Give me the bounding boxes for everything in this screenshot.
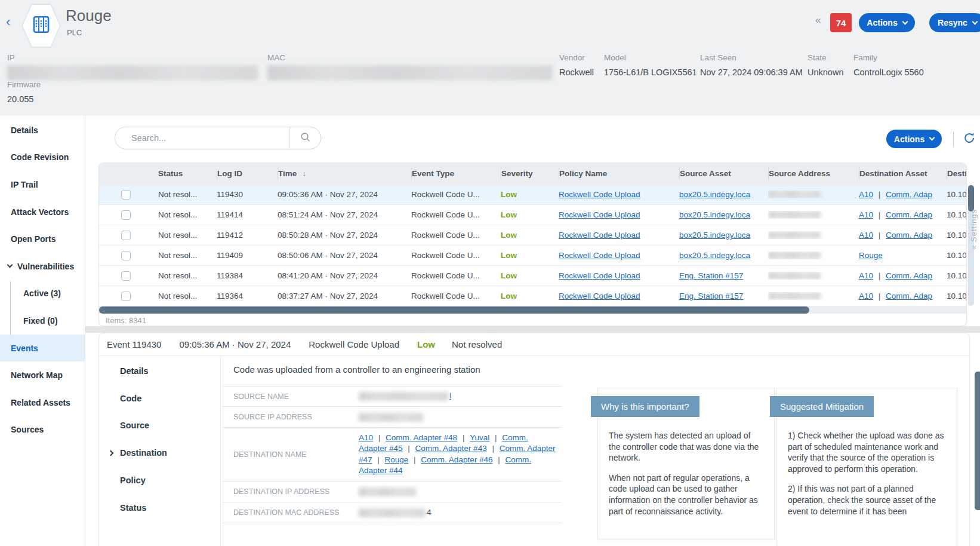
row-checkbox[interactable] xyxy=(121,210,131,220)
destination-name-link[interactable]: Yuval xyxy=(470,433,489,442)
sidebar-item-active-3[interactable]: Active (3) xyxy=(0,280,85,308)
status-cell: Not resol... xyxy=(158,231,217,240)
event-type: Rockwell Code Upload xyxy=(309,339,399,349)
destination-asset-link[interactable]: A10 xyxy=(859,210,873,219)
search-submit[interactable] xyxy=(289,127,320,149)
sidebar-item-network-map[interactable]: Network Map xyxy=(0,361,85,389)
collapse-panel-icon[interactable]: « xyxy=(815,14,821,26)
policy-link[interactable]: Rockwell Code Upload xyxy=(559,251,640,260)
policy-link[interactable]: Rockwell Code Upload xyxy=(559,271,640,280)
destination-address-cell: 10.10 xyxy=(947,210,966,219)
horizontal-scrollbar-track[interactable] xyxy=(99,306,966,314)
column-header-event-type[interactable]: Event Type xyxy=(411,168,501,180)
destination-asset-link[interactable]: Rouge xyxy=(859,251,883,260)
sidebar-item-attack-vectors[interactable]: Attack Vectors xyxy=(0,198,85,226)
event-description: Code was uploaded from a controller to a… xyxy=(233,364,480,375)
detail-nav-status[interactable]: Status xyxy=(99,494,220,522)
sidebar-item-code-revision[interactable]: Code Revision xyxy=(0,144,85,171)
search-input[interactable] xyxy=(115,133,289,143)
source-asset-link[interactable]: Eng. Station #157 xyxy=(679,271,743,280)
row-checkbox[interactable] xyxy=(121,231,131,240)
source-asset-link[interactable]: box20.5.indegy.loca xyxy=(679,251,750,260)
source-asset-link[interactable]: box20.5.indegy.loca xyxy=(679,231,750,240)
sidebar-item-label: Related Assets xyxy=(11,398,70,407)
destination-name-link[interactable]: Comm. Adapter #43 xyxy=(415,444,487,453)
destination-name-link[interactable]: A10 xyxy=(359,433,373,442)
column-header-destination-asset[interactable]: Destination Asset xyxy=(859,168,947,180)
row-checkbox[interactable] xyxy=(121,271,131,281)
detail-nav-destination[interactable]: Destination xyxy=(99,439,220,467)
destination-asset-link[interactable]: A10 xyxy=(859,292,873,300)
alert-count-badge[interactable]: 74 xyxy=(830,13,852,32)
detail-nav-label: Destination xyxy=(120,448,167,458)
table-row[interactable]: Not resol...11943009:05:36 AM · Nov 27, … xyxy=(99,185,966,205)
destination-asset-link[interactable]: Comm. Adap xyxy=(886,210,932,219)
source-asset-link[interactable]: Eng. Station #157 xyxy=(679,292,743,300)
destination-asset-link[interactable]: Comm. Adap xyxy=(886,190,932,199)
table-row[interactable]: Not resol...11940908:50:06 AM · Nov 27, … xyxy=(99,246,966,266)
detail-nav-details[interactable]: Details xyxy=(99,357,220,385)
refresh-button[interactable] xyxy=(963,131,977,146)
settings-side-tab[interactable]: « Settings xyxy=(969,209,978,250)
destination-asset-link[interactable]: Comm. Adap xyxy=(886,231,932,240)
severity-value: Low xyxy=(501,251,517,260)
row-checkbox[interactable] xyxy=(121,292,131,301)
column-header-destin[interactable]: Destin xyxy=(947,168,966,180)
sidebar-item-open-ports[interactable]: Open Ports xyxy=(0,225,85,253)
destination-name-link[interactable]: Comm. Adapter #48 xyxy=(386,433,457,442)
policy-link[interactable]: Rockwell Code Upload xyxy=(559,190,640,199)
sidebar-item-related-assets[interactable]: Related Assets xyxy=(0,389,85,416)
detail-nav-source[interactable]: Source xyxy=(99,412,220,440)
field-value xyxy=(353,483,562,501)
sidebar-item-vulnerabilities[interactable]: Vulnerabilities xyxy=(0,253,85,280)
column-header-policy-name[interactable]: Policy Name xyxy=(559,168,679,180)
destination-asset-link[interactable]: A10 xyxy=(859,231,873,240)
policy-link[interactable]: Rockwell Code Upload xyxy=(559,231,640,240)
field-value: A10 | Comm. Adapter #48 | Yuval | Comm. … xyxy=(353,429,562,480)
column-header-status[interactable]: Status xyxy=(158,168,217,180)
time-cell: 08:37:27 AM · Nov 27, 2024 xyxy=(278,292,411,300)
column-header-time[interactable]: Time ↓ xyxy=(278,168,411,180)
source-asset-link[interactable]: box20.5.indegy.loca xyxy=(679,190,750,199)
detail-scrollbar-thumb[interactable] xyxy=(975,372,980,510)
table-actions-button[interactable]: Actions xyxy=(886,130,942,148)
severity-cell: Low xyxy=(501,190,559,199)
link-separator: | xyxy=(876,190,883,199)
actions-button[interactable]: Actions xyxy=(859,13,915,32)
policy-link[interactable]: Rockwell Code Upload xyxy=(559,292,640,300)
column-header-source-address[interactable]: Source Address xyxy=(768,168,859,180)
column-header-log-id[interactable]: Log ID xyxy=(217,168,278,180)
horizontal-scrollbar-thumb[interactable] xyxy=(99,306,809,314)
column-header-source-asset[interactable]: Source Asset xyxy=(679,168,768,180)
table-row[interactable]: Not resol...11936408:37:27 AM · Nov 27, … xyxy=(99,286,966,306)
log-id-cell: 119412 xyxy=(217,231,278,240)
table-row[interactable]: Not resol...11938408:41:20 AM · Nov 27, … xyxy=(99,266,966,286)
source-asset-link[interactable]: box20.5.indegy.loca xyxy=(679,210,750,219)
policy-link[interactable]: Rockwell Code Upload xyxy=(559,210,640,219)
detail-nav-code[interactable]: Code xyxy=(99,385,220,412)
sidebar-item-fixed-0[interactable]: Fixed (0) xyxy=(0,307,85,335)
resync-button[interactable]: Resync xyxy=(929,13,980,32)
destination-asset-link[interactable]: A10 xyxy=(859,190,873,199)
destination-name-link[interactable]: Rouge xyxy=(385,455,409,464)
vertical-scrollbar-thumb[interactable] xyxy=(968,185,974,211)
sidebar-item-sources[interactable]: Sources xyxy=(0,416,85,444)
column-header-severity[interactable]: Severity xyxy=(501,168,559,180)
row-checkbox[interactable] xyxy=(121,190,131,200)
sidebar-item-events[interactable]: Events xyxy=(0,335,85,362)
destination-name-link[interactable]: Comm. Adapter #46 xyxy=(421,455,492,464)
sidebar-item-label: Active (3) xyxy=(23,289,61,298)
table-row[interactable]: Not resol...11941208:50:28 AM · Nov 27, … xyxy=(99,225,966,246)
back-icon[interactable]: ‹ xyxy=(6,14,10,30)
detail-nav-policy[interactable]: Policy xyxy=(99,467,220,494)
sidebar-item-ip-trail[interactable]: IP Trail xyxy=(0,171,85,198)
event-detail-header: Event 119430 09:05:36 AM · Nov 27, 2024 … xyxy=(99,333,969,356)
table-row[interactable]: Not resol...11941408:51:24 AM · Nov 27, … xyxy=(99,205,966,225)
detail-nav-label: Status xyxy=(120,503,146,513)
row-checkbox[interactable] xyxy=(121,251,131,260)
sidebar-item-details[interactable]: Details xyxy=(0,116,85,144)
sort-desc-icon: ↓ xyxy=(300,170,306,178)
destination-asset-link[interactable]: Comm. Adap xyxy=(886,271,932,280)
destination-asset-link[interactable]: Comm. Adap xyxy=(886,292,932,300)
destination-asset-link[interactable]: A10 xyxy=(859,271,873,280)
